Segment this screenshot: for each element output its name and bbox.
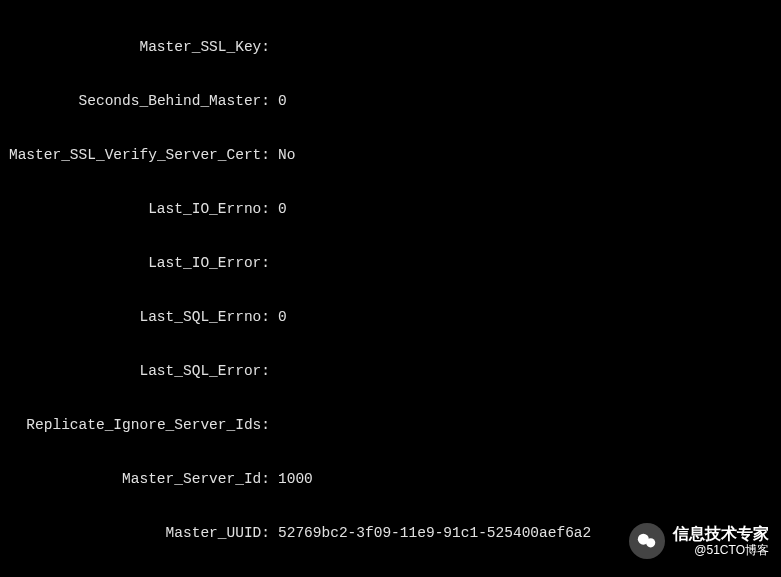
status-value: [270, 416, 278, 434]
status-row: Last_SQL_Errno:0: [0, 308, 781, 326]
watermark: 信息技术专家 @51CTO博客: [629, 523, 769, 559]
status-label: Master_SSL_Key:: [0, 38, 270, 56]
status-value: [270, 38, 278, 56]
status-value: 0: [270, 200, 287, 218]
terminal-output[interactable]: Master_SSL_Key: Seconds_Behind_Master:0 …: [0, 2, 781, 577]
svg-point-1: [646, 538, 655, 547]
status-label: Replicate_Ignore_Server_Ids:: [0, 416, 270, 434]
status-value: 0: [270, 92, 287, 110]
status-row: Replicate_Ignore_Server_Ids:: [0, 416, 781, 434]
status-row: Master_Server_Id:1000: [0, 470, 781, 488]
status-row: Last_SQL_Error:: [0, 362, 781, 380]
status-row: Master_SSL_Key:: [0, 38, 781, 56]
status-label: Master_SSL_Verify_Server_Cert:: [0, 146, 270, 164]
status-label: Seconds_Behind_Master:: [0, 92, 270, 110]
status-value: No: [270, 146, 295, 164]
status-label: Last_IO_Errno:: [0, 200, 270, 218]
status-row: Master_SSL_Verify_Server_Cert:No: [0, 146, 781, 164]
status-row: Last_IO_Errno:0: [0, 200, 781, 218]
status-value: 52769bc2-3f09-11e9-91c1-525400aef6a2: [270, 524, 591, 542]
status-value: [270, 362, 278, 380]
watermark-sub: @51CTO博客: [673, 543, 769, 557]
watermark-title: 信息技术专家: [673, 524, 769, 543]
status-value: [270, 254, 278, 272]
status-value: 0: [270, 308, 287, 326]
status-row: Last_IO_Error:: [0, 254, 781, 272]
status-row: Seconds_Behind_Master:0: [0, 92, 781, 110]
status-value: 1000: [270, 470, 313, 488]
status-label: Last_SQL_Error:: [0, 362, 270, 380]
status-label: Last_IO_Error:: [0, 254, 270, 272]
wechat-icon: [629, 523, 665, 559]
status-label: Master_UUID:: [0, 524, 270, 542]
status-label: Last_SQL_Errno:: [0, 308, 270, 326]
status-label: Master_Server_Id:: [0, 470, 270, 488]
